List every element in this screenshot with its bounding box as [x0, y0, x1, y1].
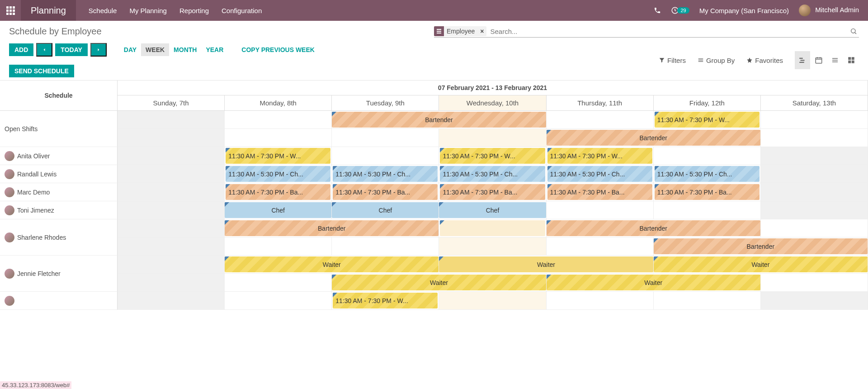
- gantt-cell[interactable]: [118, 292, 225, 310]
- search-icon[interactable]: [848, 28, 859, 35]
- app-name[interactable]: Planning: [21, 0, 76, 21]
- scale-year[interactable]: YEAR: [201, 43, 228, 56]
- shift-pill[interactable]: Bartender: [654, 238, 868, 254]
- gantt-cell[interactable]: [439, 219, 546, 237]
- gantt-cell[interactable]: Waiter: [332, 274, 546, 292]
- gantt-row-label[interactable]: Marc Demo: [0, 183, 118, 201]
- gantt-cell[interactable]: [547, 237, 654, 256]
- gantt-cell[interactable]: [654, 292, 761, 310]
- gantt-cell[interactable]: 11:30 AM - 7:30 PM - Ba...: [654, 183, 761, 201]
- scale-month[interactable]: MONTH: [169, 43, 201, 56]
- shift-pill[interactable]: Waiter: [547, 275, 760, 290]
- menu-configuration[interactable]: Configuration: [222, 7, 262, 14]
- gantt-cell[interactable]: [225, 274, 332, 292]
- shift-pill[interactable]: 11:30 AM - 7:30 PM - Ba...: [547, 184, 652, 200]
- gantt-cell[interactable]: [332, 237, 439, 256]
- gantt-cell[interactable]: 11:30 AM - 7:30 PM - Ba...: [547, 183, 654, 201]
- gantt-cell[interactable]: [225, 237, 332, 256]
- shift-pill[interactable]: 11:30 AM - 7:30 PM - W...: [547, 148, 652, 164]
- view-calendar[interactable]: [811, 51, 826, 69]
- gantt-cell[interactable]: Bartender: [332, 111, 546, 129]
- gantt-cell[interactable]: Chef: [332, 201, 439, 219]
- gantt-cell[interactable]: 11:30 AM - 7:30 PM - W...: [439, 147, 546, 165]
- shift-pill[interactable]: Waiter: [439, 256, 653, 272]
- favorites-dropdown[interactable]: Favorites: [746, 57, 783, 64]
- gantt-cell[interactable]: [118, 183, 225, 201]
- scale-week[interactable]: WEEK: [141, 43, 169, 56]
- shift-pill[interactable]: [440, 220, 545, 236]
- gantt-cell[interactable]: 11:30 AM - 5:30 PM - Ch...: [439, 165, 546, 183]
- gantt-cell[interactable]: [439, 129, 546, 147]
- shift-pill[interactable]: 11:30 AM - 7:30 PM - W...: [655, 112, 760, 128]
- company-switcher[interactable]: My Company (San Francisco): [699, 7, 789, 14]
- gantt-cell[interactable]: [761, 201, 868, 219]
- shift-pill[interactable]: 11:30 AM - 5:30 PM - Ch...: [226, 166, 330, 182]
- gantt-cell[interactable]: Bartender: [547, 219, 761, 237]
- gantt-cell[interactable]: Waiter: [439, 256, 653, 274]
- copy-previous-week[interactable]: COPY PREVIOUS WEEK: [241, 46, 315, 53]
- gantt-cell[interactable]: [118, 237, 225, 256]
- gantt-cell[interactable]: 11:30 AM - 7:30 PM - W...: [225, 147, 332, 165]
- gantt-cell[interactable]: 11:30 AM - 7:30 PM - W...: [547, 147, 654, 165]
- gantt-cell[interactable]: [118, 129, 225, 147]
- shift-pill[interactable]: 11:30 AM - 7:30 PM - W...: [226, 148, 330, 164]
- gantt-cell[interactable]: [439, 237, 546, 256]
- gantt-cell[interactable]: [761, 219, 868, 237]
- shift-pill[interactable]: Bartender: [332, 112, 546, 128]
- user-menu[interactable]: Mitchell Admin: [799, 5, 859, 16]
- gantt-cell[interactable]: [761, 292, 868, 310]
- gantt-cell[interactable]: 11:30 AM - 5:30 PM - Ch...: [225, 165, 332, 183]
- gantt-cell[interactable]: [547, 292, 654, 310]
- activity-indicator[interactable]: 29: [671, 6, 689, 14]
- gantt-cell[interactable]: 11:30 AM - 5:30 PM - Ch...: [547, 165, 654, 183]
- gantt-cell[interactable]: [654, 147, 761, 165]
- gantt-cell[interactable]: Bartender: [654, 237, 868, 256]
- shift-pill[interactable]: 11:30 AM - 5:30 PM - Ch...: [547, 166, 652, 182]
- gantt-cell[interactable]: [118, 165, 225, 183]
- gantt-row-label[interactable]: Randall Lewis: [0, 165, 118, 183]
- shift-pill[interactable]: 11:30 AM - 7:30 PM - Ba...: [655, 184, 760, 200]
- shift-pill[interactable]: Bartender: [547, 130, 760, 146]
- gantt-cell[interactable]: Bartender: [547, 129, 761, 147]
- shift-pill[interactable]: Waiter: [225, 256, 439, 272]
- shift-pill[interactable]: 11:30 AM - 5:30 PM - Ch...: [655, 166, 760, 182]
- shift-pill[interactable]: 11:30 AM - 7:30 PM - Ba...: [440, 184, 545, 200]
- gantt-cell[interactable]: Bartender: [225, 219, 439, 237]
- gantt-row-label[interactable]: [0, 292, 118, 310]
- gantt-view[interactable]: Schedule07 February 2021 - 13 February 2…: [0, 81, 868, 389]
- shift-pill[interactable]: Chef: [439, 202, 546, 218]
- shift-pill[interactable]: Bartender: [547, 220, 760, 236]
- gantt-row-label[interactable]: Toni Jimenez: [0, 201, 118, 219]
- gantt-cell[interactable]: 11:30 AM - 7:30 PM - Ba...: [225, 183, 332, 201]
- gantt-cell[interactable]: [761, 129, 868, 147]
- gantt-cell[interactable]: [761, 274, 868, 292]
- gantt-cell[interactable]: [118, 147, 225, 165]
- gantt-cell[interactable]: 11:30 AM - 7:30 PM - Ba...: [439, 183, 546, 201]
- groupby-dropdown[interactable]: Group By: [698, 57, 735, 64]
- shift-pill[interactable]: Chef: [332, 202, 439, 218]
- menu-schedule[interactable]: Schedule: [89, 7, 117, 14]
- menu-reporting[interactable]: Reporting: [179, 7, 209, 14]
- gantt-cell[interactable]: Chef: [439, 201, 546, 219]
- gantt-cell[interactable]: Waiter: [547, 274, 761, 292]
- shift-pill[interactable]: Waiter: [654, 256, 868, 272]
- shift-pill[interactable]: 11:30 AM - 7:30 PM - Ba...: [333, 184, 438, 200]
- gantt-cell[interactable]: Waiter: [225, 256, 439, 274]
- view-gantt[interactable]: [795, 51, 810, 69]
- gantt-cell[interactable]: Waiter: [654, 256, 868, 274]
- gantt-cell[interactable]: [547, 201, 654, 219]
- gantt-cell[interactable]: [118, 201, 225, 219]
- gantt-cell[interactable]: [118, 111, 225, 129]
- filters-dropdown[interactable]: Filters: [659, 57, 686, 64]
- shift-pill[interactable]: 11:30 AM - 5:30 PM - Ch...: [440, 166, 545, 182]
- phone-icon[interactable]: [654, 7, 661, 14]
- gantt-cell[interactable]: [118, 219, 225, 237]
- gantt-cell[interactable]: [547, 111, 654, 129]
- gantt-cell[interactable]: 11:30 AM - 5:30 PM - Ch...: [654, 165, 761, 183]
- shift-pill[interactable]: 11:30 AM - 7:30 PM - W...: [333, 293, 438, 308]
- prev-button[interactable]: [36, 43, 52, 57]
- apps-icon[interactable]: [0, 0, 21, 21]
- shift-pill[interactable]: 11:30 AM - 5:30 PM - Ch...: [333, 166, 438, 182]
- gantt-cell[interactable]: [225, 111, 332, 129]
- shift-pill[interactable]: 11:30 AM - 7:30 PM - W...: [440, 148, 545, 164]
